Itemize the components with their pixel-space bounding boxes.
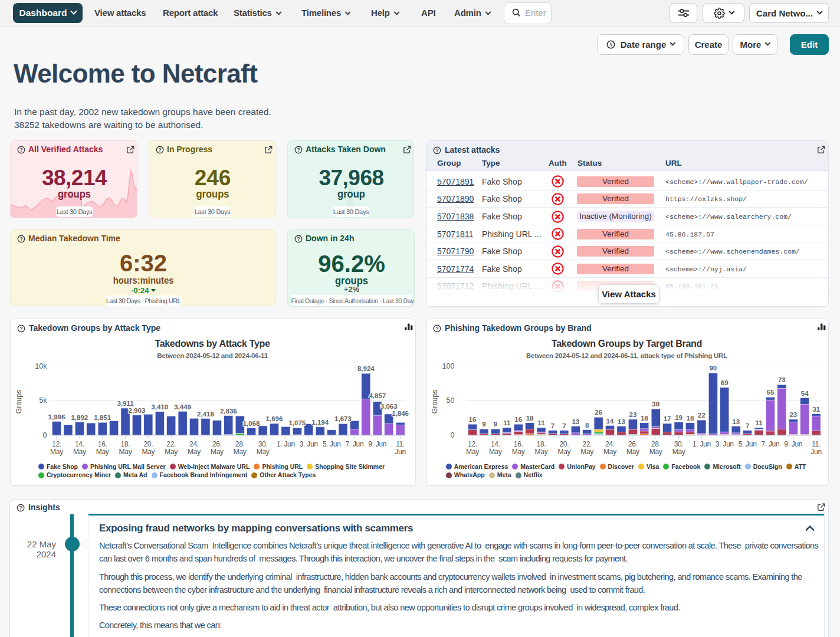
- svg-text:1,996: 1,996: [48, 413, 65, 421]
- svg-text:Between 2024-05-12 and 2024-06: Between 2024-05-12 and 2024-06-11, attac…: [526, 352, 727, 359]
- svg-text:May: May: [73, 448, 86, 456]
- svg-text:Takedown Groups by Target Bran: Takedown Groups by Target Brand: [552, 339, 702, 349]
- svg-text:May: May: [211, 448, 224, 456]
- svg-text:18: 18: [687, 415, 694, 422]
- svg-text:1,846: 1,846: [392, 410, 409, 417]
- svg-text:73: 73: [778, 376, 786, 383]
- svg-text:9: 9: [482, 421, 485, 428]
- svg-text:11: 11: [537, 419, 545, 426]
- svg-text:23: 23: [629, 411, 637, 418]
- svg-text:8: 8: [585, 422, 589, 429]
- svg-text:0: 0: [42, 431, 47, 439]
- svg-text:10k: 10k: [35, 362, 47, 370]
- svg-text:7. Jun: 7. Jun: [761, 440, 779, 448]
- svg-text:1,696: 1,696: [266, 415, 283, 422]
- svg-text:9: 9: [494, 421, 497, 428]
- svg-text:18: 18: [641, 415, 648, 422]
- svg-text:23: 23: [789, 411, 797, 418]
- svg-text:13: 13: [618, 418, 625, 425]
- svg-text:1,075: 1,075: [288, 419, 306, 426]
- svg-text:26: 26: [595, 409, 602, 416]
- svg-text:3. Jun: 3. Jun: [716, 440, 734, 448]
- svg-text:7: 7: [551, 422, 554, 429]
- svg-text:3,410: 3,410: [151, 403, 168, 411]
- svg-text:14: 14: [606, 418, 614, 425]
- svg-text:?: ?: [435, 147, 438, 153]
- svg-text:9. Jun: 9. Jun: [368, 440, 386, 448]
- svg-text:69: 69: [721, 379, 729, 386]
- svg-text:Takedowns by Attack Type: Takedowns by Attack Type: [155, 339, 270, 349]
- svg-text:May: May: [50, 448, 63, 456]
- svg-text:1,892: 1,892: [71, 414, 88, 421]
- svg-text:May: May: [580, 448, 593, 456]
- svg-text:Jun: Jun: [395, 448, 405, 456]
- svg-text:?: ?: [19, 236, 22, 242]
- svg-text:3,911: 3,911: [117, 400, 134, 407]
- svg-text:?: ?: [297, 147, 300, 153]
- svg-text:11: 11: [503, 419, 511, 426]
- svg-text:38: 38: [652, 400, 659, 408]
- svg-text:May: May: [512, 448, 525, 456]
- svg-text:16: 16: [469, 416, 477, 423]
- svg-text:1,851: 1,851: [94, 414, 111, 421]
- svg-text:2,418: 2,418: [197, 411, 214, 418]
- svg-text:2,836: 2,836: [220, 408, 237, 415]
- svg-text:54: 54: [801, 390, 809, 397]
- svg-text:May: May: [257, 448, 270, 456]
- svg-text:1. Jun: 1. Jun: [693, 440, 711, 448]
- svg-text:May: May: [234, 448, 247, 456]
- svg-text:11: 11: [755, 419, 763, 426]
- svg-text:5. Jun: 5. Jun: [323, 440, 341, 448]
- svg-text:1,068: 1,068: [243, 420, 260, 427]
- svg-text:May: May: [96, 448, 109, 456]
- svg-text:Between 2024-05-12 and 2024-06: Between 2024-05-12 and 2024-06-11: [157, 352, 268, 359]
- svg-text:8,924: 8,924: [357, 365, 375, 372]
- svg-text:3,063: 3,063: [380, 403, 398, 410]
- svg-text:May: May: [119, 448, 132, 456]
- svg-text:May: May: [165, 448, 178, 456]
- svg-text:May: May: [466, 448, 479, 456]
- svg-text:0: 0: [450, 431, 454, 439]
- svg-text:2,903: 2,903: [129, 407, 146, 414]
- svg-text:3,449: 3,449: [174, 403, 191, 411]
- svg-text:7: 7: [562, 422, 566, 429]
- svg-text:May: May: [188, 448, 201, 456]
- svg-text:1,673: 1,673: [334, 415, 352, 422]
- svg-text:31: 31: [812, 406, 820, 413]
- svg-text:55: 55: [767, 389, 775, 396]
- svg-text:4,857: 4,857: [369, 392, 386, 399]
- svg-text:May: May: [558, 448, 571, 456]
- svg-text:?: ?: [19, 505, 22, 511]
- svg-text:May: May: [626, 448, 639, 456]
- svg-text:13: 13: [572, 418, 579, 425]
- svg-text:5. Jun: 5. Jun: [739, 440, 757, 448]
- svg-text:1,194: 1,194: [311, 419, 329, 426]
- svg-text:1. Jun: 1. Jun: [277, 440, 295, 448]
- svg-text:Jun: Jun: [811, 448, 821, 456]
- svg-text:16: 16: [514, 416, 522, 423]
- svg-text:May: May: [672, 448, 685, 456]
- svg-text:?: ?: [297, 236, 300, 242]
- svg-text:7. Jun: 7. Jun: [345, 440, 363, 448]
- svg-text:13: 13: [732, 418, 740, 425]
- svg-text:May: May: [489, 448, 502, 456]
- svg-text:May: May: [142, 448, 155, 456]
- svg-text:17: 17: [664, 415, 671, 422]
- svg-text:19: 19: [675, 414, 682, 421]
- svg-text:Groups: Groups: [15, 390, 23, 414]
- svg-text:18: 18: [526, 415, 534, 422]
- svg-text:22: 22: [698, 412, 706, 419]
- svg-text:May: May: [535, 448, 548, 456]
- svg-text:100: 100: [442, 362, 455, 370]
- svg-text:May: May: [649, 448, 662, 456]
- svg-text:3. Jun: 3. Jun: [300, 440, 318, 448]
- svg-text:?: ?: [19, 147, 22, 153]
- svg-text:May: May: [603, 448, 616, 456]
- svg-text:?: ?: [158, 147, 161, 153]
- svg-text:7: 7: [746, 422, 749, 429]
- svg-text:90: 90: [709, 365, 717, 372]
- svg-text:5k: 5k: [39, 396, 47, 405]
- svg-text:9. Jun: 9. Jun: [784, 440, 802, 448]
- svg-text:Groups: Groups: [431, 390, 439, 414]
- svg-text:50: 50: [446, 396, 454, 405]
